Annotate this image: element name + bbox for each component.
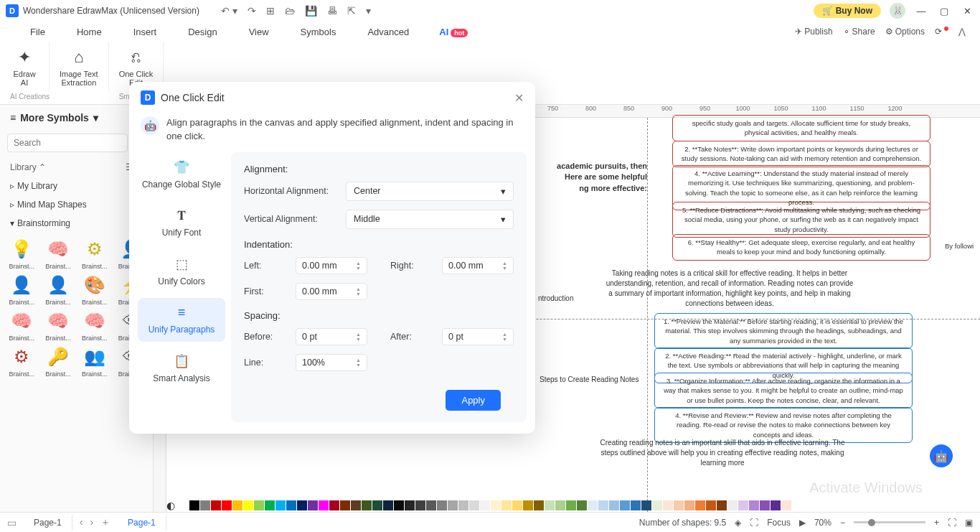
color-swatch[interactable]: [652, 500, 662, 510]
shape-item[interactable]: 🧠Brainst...: [4, 309, 39, 342]
menu-ai[interactable]: AIhot: [425, 24, 482, 40]
line-spacing-field[interactable]: 100%▲▼: [296, 354, 367, 371]
shape-item[interactable]: 👤Brainst...: [41, 273, 76, 306]
maximize-button[interactable]: ▢: [937, 6, 951, 17]
zoom-out-icon[interactable]: −: [840, 518, 845, 528]
left-indent-field[interactable]: 0.00 mm▲▼: [296, 257, 367, 274]
color-swatch[interactable]: [200, 500, 210, 510]
fit-icon[interactable]: ⛶: [948, 518, 956, 528]
prev-page-icon[interactable]: ‹: [80, 516, 83, 529]
ai-assistant-floating-button[interactable]: 🤖: [930, 444, 953, 467]
color-swatch[interactable]: [706, 500, 716, 510]
red-node[interactable]: specific study goals and targets. Alloca…: [672, 115, 930, 141]
color-swatch[interactable]: [695, 500, 705, 510]
color-swatch[interactable]: [254, 500, 264, 510]
collapse-ribbon-icon[interactable]: ⋀: [958, 27, 966, 37]
conclusion-text[interactable]: Creating reading notes is an important s…: [597, 438, 848, 468]
color-swatch[interactable]: [308, 500, 318, 510]
reading-intro-text[interactable]: Taking reading notes is a critical skill…: [604, 269, 855, 309]
color-swatch[interactable]: [771, 500, 781, 510]
color-swatch[interactable]: [394, 500, 404, 510]
share-button[interactable]: ⚬ Share: [843, 27, 875, 37]
color-swatch[interactable]: [211, 500, 221, 510]
color-swatch[interactable]: [598, 500, 608, 510]
color-swatch[interactable]: [362, 500, 372, 510]
color-swatch[interactable]: [512, 500, 522, 510]
color-swatch[interactable]: [405, 500, 415, 510]
color-swatch[interactable]: [426, 500, 436, 510]
color-swatch[interactable]: [448, 500, 458, 510]
color-swatch[interactable]: [545, 500, 555, 510]
more-icon[interactable]: ▾: [366, 5, 371, 17]
menu-view[interactable]: View: [233, 27, 285, 37]
color-swatch[interactable]: [415, 500, 425, 510]
close-button[interactable]: ✕: [960, 6, 974, 17]
shape-item[interactable]: 🎨Brainst...: [77, 273, 113, 306]
color-swatch[interactable]: [717, 500, 727, 510]
color-swatch[interactable]: [340, 500, 350, 510]
color-swatch[interactable]: [458, 500, 468, 510]
open-icon[interactable]: 🗁: [285, 5, 295, 17]
layers-icon[interactable]: ◈: [735, 518, 741, 528]
page-view-icon[interactable]: ▭: [7, 517, 17, 528]
menu-insert[interactable]: Insert: [118, 27, 173, 37]
page-tab-active[interactable]: Page-1: [118, 515, 166, 531]
add-page-icon[interactable]: ＋: [100, 516, 110, 529]
red-node[interactable]: 2. **Take Notes**: Write down important …: [672, 141, 930, 167]
buy-now-button[interactable]: 🛒 Buy Now: [814, 4, 881, 18]
menu-symbols[interactable]: Symbols: [285, 27, 352, 37]
color-swatch[interactable]: [329, 500, 339, 510]
color-swatch[interactable]: [222, 500, 232, 510]
side-global-style[interactable]: 👕Change Global Style: [138, 152, 225, 197]
publish-button[interactable]: ✈ Publish: [795, 27, 832, 37]
focus-icon[interactable]: ⛶: [750, 518, 758, 528]
introduction-label[interactable]: ntroduction: [538, 294, 573, 304]
fullscreen-icon[interactable]: ▣: [965, 518, 973, 528]
color-swatch[interactable]: [620, 500, 630, 510]
zoom-in-icon[interactable]: +: [934, 518, 939, 528]
options-button[interactable]: ⚙ Options: [885, 27, 925, 37]
color-swatch[interactable]: [437, 500, 447, 510]
color-swatch[interactable]: [674, 500, 684, 510]
side-unify-colors[interactable]: ⬚Unify Colors: [138, 249, 225, 294]
zoom-slider[interactable]: [854, 521, 925, 523]
shape-item[interactable]: ⚙Brainst...: [4, 345, 39, 378]
color-swatch[interactable]: [179, 500, 189, 510]
notification-icon[interactable]: ⟳: [935, 27, 948, 37]
shape-item[interactable]: 👥Brainst...: [77, 345, 113, 378]
menu-design[interactable]: Design: [172, 27, 232, 37]
shape-item[interactable]: 💡Brainst...: [4, 237, 39, 270]
ribbon-image-text[interactable]: ⌂Image Text Extraction: [50, 42, 109, 91]
color-swatch[interactable]: [523, 500, 533, 510]
red-node[interactable]: 5. **Reduce Distractions**: Avoid multit…: [672, 202, 930, 238]
blue-node[interactable]: 1. **Preview the Material:** Before star…: [654, 313, 913, 349]
menu-file[interactable]: File: [14, 27, 61, 37]
first-indent-field[interactable]: 0.00 mm▲▼: [296, 283, 367, 300]
minimize-button[interactable]: —: [914, 6, 928, 17]
shape-item[interactable]: 🔑Brainst...: [41, 345, 76, 378]
color-swatch[interactable]: [351, 500, 361, 510]
right-indent-field[interactable]: 0.00 mm▲▼: [442, 257, 514, 274]
color-swatch[interactable]: [480, 500, 490, 510]
print-icon[interactable]: 🖶: [327, 5, 337, 17]
menu-home[interactable]: Home: [61, 27, 118, 37]
color-swatch[interactable]: [641, 500, 651, 510]
shape-item[interactable]: 🧠Brainst...: [77, 309, 113, 342]
side-unify-font[interactable]: 𝐓Unify Font: [138, 201, 225, 245]
shape-item[interactable]: ⚙Brainst...: [77, 237, 113, 270]
color-swatch[interactable]: [566, 500, 576, 510]
color-swatch[interactable]: [555, 500, 565, 510]
color-swatch[interactable]: [663, 500, 673, 510]
search-input[interactable]: [7, 134, 128, 152]
vert-align-select[interactable]: Middle▾: [346, 210, 514, 229]
red-node[interactable]: 6. **Stay Healthy**: Get adequate sleep,…: [672, 234, 930, 261]
color-swatch[interactable]: [588, 500, 598, 510]
color-swatch[interactable]: [383, 500, 393, 510]
horiz-align-select[interactable]: Center▾: [346, 182, 514, 201]
dialog-close-button[interactable]: ✕: [514, 91, 524, 105]
blue-node[interactable]: 3. **Organize Information:** After activ…: [654, 373, 913, 409]
user-avatar[interactable]: 🐰: [890, 3, 905, 19]
shape-item[interactable]: 🧠Brainst...: [41, 237, 76, 270]
eyedropper-icon[interactable]: ◐: [166, 500, 175, 511]
new-icon[interactable]: ⊞: [266, 5, 275, 17]
